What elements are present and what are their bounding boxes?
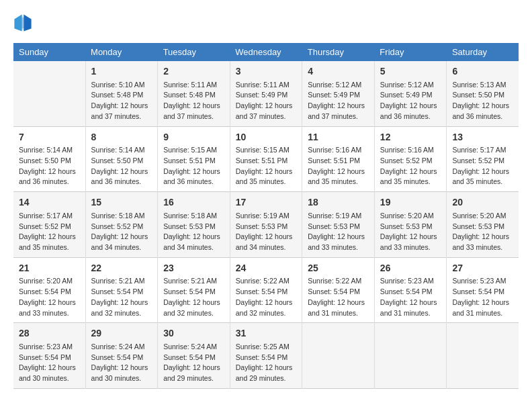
calendar-cell: 27Sunrise: 5:23 AM Sunset: 5:54 PM Dayli… bbox=[447, 257, 519, 323]
calendar-cell bbox=[302, 323, 375, 389]
calendar-cell: 2Sunrise: 5:11 AM Sunset: 5:48 PM Daylig… bbox=[158, 61, 230, 126]
cell-content: Sunrise: 5:11 AM Sunset: 5:49 PM Dayligh… bbox=[236, 80, 297, 122]
cell-content: Sunrise: 5:20 AM Sunset: 5:54 PM Dayligh… bbox=[19, 276, 80, 318]
day-number: 8 bbox=[91, 131, 152, 144]
cell-content: Sunrise: 5:21 AM Sunset: 5:54 PM Dayligh… bbox=[91, 276, 152, 318]
calendar-cell: 14Sunrise: 5:17 AM Sunset: 5:52 PM Dayli… bbox=[13, 192, 85, 258]
cell-content: Sunrise: 5:14 AM Sunset: 5:50 PM Dayligh… bbox=[19, 145, 80, 187]
calendar-cell: 18Sunrise: 5:19 AM Sunset: 5:53 PM Dayli… bbox=[302, 192, 375, 258]
cell-content: Sunrise: 5:13 AM Sunset: 5:50 PM Dayligh… bbox=[452, 80, 513, 122]
day-number: 29 bbox=[91, 327, 152, 340]
day-of-week-header: Saturday bbox=[447, 43, 519, 61]
day-number: 24 bbox=[236, 262, 297, 275]
calendar-cell: 15Sunrise: 5:18 AM Sunset: 5:52 PM Dayli… bbox=[85, 192, 158, 258]
logo-icon bbox=[13, 13, 32, 32]
day-of-week-header: Sunday bbox=[13, 43, 85, 61]
day-number: 25 bbox=[308, 262, 369, 275]
day-number: 14 bbox=[19, 196, 80, 210]
calendar-cell: 22Sunrise: 5:21 AM Sunset: 5:54 PM Dayli… bbox=[85, 257, 158, 323]
cell-content: Sunrise: 5:20 AM Sunset: 5:53 PM Dayligh… bbox=[380, 211, 441, 253]
calendar-cell: 11Sunrise: 5:16 AM Sunset: 5:51 PM Dayli… bbox=[302, 126, 375, 192]
cell-content: Sunrise: 5:12 AM Sunset: 5:49 PM Dayligh… bbox=[380, 80, 441, 122]
day-number: 2 bbox=[163, 65, 224, 79]
cell-content: Sunrise: 5:14 AM Sunset: 5:50 PM Dayligh… bbox=[91, 145, 152, 187]
cell-content: Sunrise: 5:11 AM Sunset: 5:48 PM Dayligh… bbox=[163, 80, 224, 122]
calendar-cell: 1Sunrise: 5:10 AM Sunset: 5:48 PM Daylig… bbox=[85, 61, 158, 126]
day-number: 11 bbox=[308, 131, 369, 144]
cell-content: Sunrise: 5:16 AM Sunset: 5:52 PM Dayligh… bbox=[380, 145, 441, 187]
svg-marker-3 bbox=[14, 14, 21, 31]
cell-content: Sunrise: 5:24 AM Sunset: 5:54 PM Dayligh… bbox=[163, 342, 224, 384]
cell-content: Sunrise: 5:12 AM Sunset: 5:49 PM Dayligh… bbox=[308, 80, 369, 122]
calendar-cell: 5Sunrise: 5:12 AM Sunset: 5:49 PM Daylig… bbox=[374, 61, 447, 126]
day-number: 3 bbox=[236, 65, 297, 79]
calendar-week-row: 7Sunrise: 5:14 AM Sunset: 5:50 PM Daylig… bbox=[13, 126, 519, 192]
calendar-cell bbox=[447, 323, 519, 389]
calendar-table: SundayMondayTuesdayWednesdayThursdayFrid… bbox=[13, 43, 519, 389]
day-number: 17 bbox=[236, 196, 297, 210]
calendar-cell: 12Sunrise: 5:16 AM Sunset: 5:52 PM Dayli… bbox=[374, 126, 447, 192]
cell-content: Sunrise: 5:18 AM Sunset: 5:53 PM Dayligh… bbox=[163, 211, 224, 253]
calendar-cell bbox=[374, 323, 447, 389]
day-of-week-header: Wednesday bbox=[230, 43, 302, 61]
calendar-body: 1Sunrise: 5:10 AM Sunset: 5:48 PM Daylig… bbox=[13, 61, 519, 388]
calendar-cell: 3Sunrise: 5:11 AM Sunset: 5:49 PM Daylig… bbox=[230, 61, 302, 126]
day-number: 7 bbox=[19, 131, 80, 144]
day-number: 1 bbox=[91, 65, 152, 79]
calendar-cell: 13Sunrise: 5:17 AM Sunset: 5:52 PM Dayli… bbox=[447, 126, 519, 192]
calendar-cell: 26Sunrise: 5:23 AM Sunset: 5:54 PM Dayli… bbox=[374, 257, 447, 323]
day-number: 5 bbox=[380, 65, 441, 79]
day-number: 28 bbox=[19, 327, 80, 340]
header bbox=[13, 13, 519, 32]
day-number: 22 bbox=[91, 262, 152, 275]
cell-content: Sunrise: 5:21 AM Sunset: 5:54 PM Dayligh… bbox=[163, 276, 224, 318]
svg-marker-2 bbox=[24, 14, 31, 31]
cell-content: Sunrise: 5:10 AM Sunset: 5:48 PM Dayligh… bbox=[91, 80, 152, 122]
calendar-cell: 24Sunrise: 5:22 AM Sunset: 5:54 PM Dayli… bbox=[230, 257, 302, 323]
day-number: 9 bbox=[163, 131, 224, 144]
calendar-cell: 20Sunrise: 5:20 AM Sunset: 5:53 PM Dayli… bbox=[447, 192, 519, 258]
day-number: 30 bbox=[163, 327, 224, 340]
day-number: 20 bbox=[452, 196, 513, 210]
calendar-cell: 17Sunrise: 5:19 AM Sunset: 5:53 PM Dayli… bbox=[230, 192, 302, 258]
calendar-cell: 7Sunrise: 5:14 AM Sunset: 5:50 PM Daylig… bbox=[13, 126, 85, 192]
day-of-week-header: Thursday bbox=[302, 43, 375, 61]
cell-content: Sunrise: 5:17 AM Sunset: 5:52 PM Dayligh… bbox=[452, 145, 513, 187]
calendar-cell: 25Sunrise: 5:22 AM Sunset: 5:54 PM Dayli… bbox=[302, 257, 375, 323]
day-number: 16 bbox=[163, 196, 224, 210]
day-number: 31 bbox=[236, 327, 297, 340]
cell-content: Sunrise: 5:25 AM Sunset: 5:54 PM Dayligh… bbox=[236, 342, 297, 384]
cell-content: Sunrise: 5:17 AM Sunset: 5:52 PM Dayligh… bbox=[19, 211, 80, 253]
calendar-cell: 29Sunrise: 5:24 AM Sunset: 5:54 PM Dayli… bbox=[85, 323, 158, 389]
cell-content: Sunrise: 5:18 AM Sunset: 5:52 PM Dayligh… bbox=[91, 211, 152, 253]
day-number: 27 bbox=[452, 262, 513, 275]
cell-content: Sunrise: 5:20 AM Sunset: 5:53 PM Dayligh… bbox=[452, 211, 513, 253]
day-number: 12 bbox=[380, 131, 441, 144]
calendar-week-row: 1Sunrise: 5:10 AM Sunset: 5:48 PM Daylig… bbox=[13, 61, 519, 126]
cell-content: Sunrise: 5:23 AM Sunset: 5:54 PM Dayligh… bbox=[380, 276, 441, 318]
calendar-week-row: 21Sunrise: 5:20 AM Sunset: 5:54 PM Dayli… bbox=[13, 257, 519, 323]
cell-content: Sunrise: 5:19 AM Sunset: 5:53 PM Dayligh… bbox=[308, 211, 369, 253]
calendar-cell: 28Sunrise: 5:23 AM Sunset: 5:54 PM Dayli… bbox=[13, 323, 85, 389]
day-number: 10 bbox=[236, 131, 297, 144]
day-of-week-header: Tuesday bbox=[158, 43, 230, 61]
cell-content: Sunrise: 5:16 AM Sunset: 5:51 PM Dayligh… bbox=[308, 145, 369, 187]
calendar-cell: 31Sunrise: 5:25 AM Sunset: 5:54 PM Dayli… bbox=[230, 323, 302, 389]
day-number: 19 bbox=[380, 196, 441, 210]
cell-content: Sunrise: 5:19 AM Sunset: 5:53 PM Dayligh… bbox=[236, 211, 297, 253]
logo bbox=[13, 13, 35, 32]
calendar-cell bbox=[13, 61, 85, 126]
calendar-cell: 8Sunrise: 5:14 AM Sunset: 5:50 PM Daylig… bbox=[85, 126, 158, 192]
cell-content: Sunrise: 5:23 AM Sunset: 5:54 PM Dayligh… bbox=[19, 342, 80, 384]
day-number: 4 bbox=[308, 65, 369, 79]
calendar-week-row: 28Sunrise: 5:23 AM Sunset: 5:54 PM Dayli… bbox=[13, 323, 519, 389]
calendar-cell: 23Sunrise: 5:21 AM Sunset: 5:54 PM Dayli… bbox=[158, 257, 230, 323]
day-of-week-header: Friday bbox=[374, 43, 447, 61]
cell-content: Sunrise: 5:15 AM Sunset: 5:51 PM Dayligh… bbox=[163, 145, 224, 187]
cell-content: Sunrise: 5:15 AM Sunset: 5:51 PM Dayligh… bbox=[236, 145, 297, 187]
calendar-cell: 6Sunrise: 5:13 AM Sunset: 5:50 PM Daylig… bbox=[447, 61, 519, 126]
day-number: 18 bbox=[308, 196, 369, 210]
calendar-cell: 30Sunrise: 5:24 AM Sunset: 5:54 PM Dayli… bbox=[158, 323, 230, 389]
calendar-cell: 9Sunrise: 5:15 AM Sunset: 5:51 PM Daylig… bbox=[158, 126, 230, 192]
day-number: 15 bbox=[91, 196, 152, 210]
